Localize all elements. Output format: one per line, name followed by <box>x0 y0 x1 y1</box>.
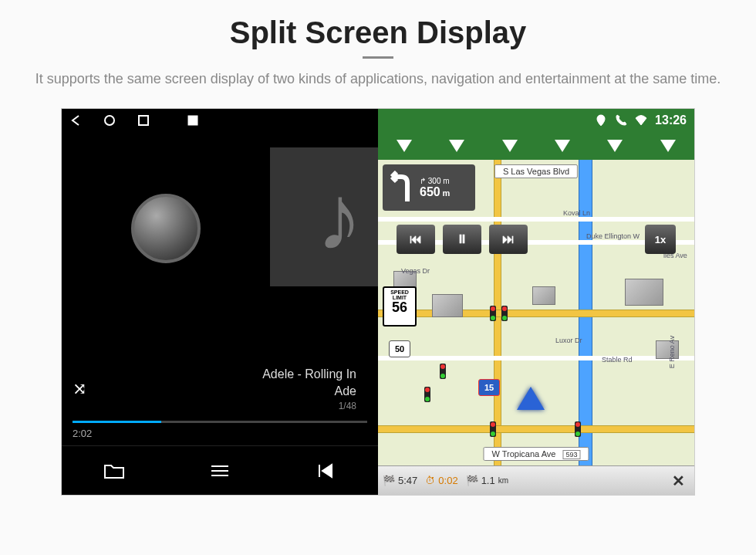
lane-arrow-icon <box>397 140 412 152</box>
music-note-icon: ♪ <box>316 164 363 270</box>
track-title: Adele - Rolling In <box>262 366 356 383</box>
home-icon[interactable] <box>103 114 116 127</box>
music-player-pane: ♪ ⤨ Adele - Rolling In Ade 1/48 2:02 <box>62 109 378 495</box>
recent-apps-icon[interactable] <box>137 114 150 127</box>
screenshot-icon[interactable] <box>187 114 199 127</box>
navigation-pane: Koval Ln Duke Ellington W Vegas Dr Luxor… <box>378 109 694 495</box>
title-underline <box>363 56 393 59</box>
route-shield: 50 <box>389 340 410 357</box>
seek-bar[interactable] <box>73 421 367 423</box>
wifi-icon <box>635 114 647 127</box>
device-frame: ♪ ⤨ Adele - Rolling In Ade 1/48 2:02 <box>62 109 694 495</box>
distance-remaining: 🏁 1.1km <box>466 475 508 486</box>
lane-arrow-icon <box>555 140 570 152</box>
interstate-shield: 15 <box>478 379 500 396</box>
eta: 🏁 5:47 <box>383 475 417 486</box>
turn-instruction: ↱ 300 m 650 m <box>383 164 475 211</box>
vehicle-cursor-icon <box>517 387 545 410</box>
svg-rect-2 <box>188 116 197 125</box>
status-bar: 13:26 <box>62 109 694 132</box>
clock: 13:26 <box>655 113 687 127</box>
playback-pause-button[interactable]: ⏸ <box>443 225 481 254</box>
route-playback-controls: ⏮ ⏸ ⏭ 1x <box>397 225 676 254</box>
folder-button[interactable] <box>62 446 167 495</box>
turn-left-icon <box>387 171 415 205</box>
poi-label: E Reno Av <box>668 336 676 368</box>
lane-arrow-icon <box>660 140 676 152</box>
poi-label: Koval Ln <box>563 209 590 217</box>
lane-guidance <box>378 132 694 160</box>
current-street-label: S Las Vegas Blvd <box>494 164 578 178</box>
lane-arrow-icon <box>607 140 623 152</box>
poi-label: Luxor Dr <box>555 337 582 344</box>
playback-next-button[interactable]: ⏭ <box>489 225 528 254</box>
poi-label: Stable Rd <box>602 356 633 364</box>
shuffle-icon[interactable]: ⤨ <box>73 379 86 399</box>
lane-arrow-icon <box>449 140 464 152</box>
center-control-button[interactable] <box>131 194 201 263</box>
page-title: Split Screen Display <box>31 15 725 50</box>
phone-icon <box>615 114 627 127</box>
track-artist: Ade <box>262 383 356 400</box>
back-icon[interactable] <box>69 114 82 127</box>
close-nav-button[interactable]: ✕ <box>667 472 690 490</box>
previous-track-button[interactable] <box>272 446 378 495</box>
time-remaining: ⏱ 0:02 <box>425 475 457 486</box>
svg-rect-1 <box>139 116 148 125</box>
playback-prev-button[interactable]: ⏮ <box>397 225 435 254</box>
elapsed-time: 2:02 <box>73 428 92 439</box>
speed-limit-sign: SPEED LIMIT 56 <box>383 286 417 327</box>
playback-speed-button[interactable]: 1x <box>645 225 676 254</box>
poi-label: Vegas Dr <box>401 267 430 275</box>
track-index: 1/48 <box>262 400 356 413</box>
next-street-label: W Tropicana Ave 593 <box>483 447 589 461</box>
folder-icon <box>103 462 125 479</box>
nav-info-bar: 🏁 5:47 ⏱ 0:02 🏁 1.1km ✕ <box>378 465 694 495</box>
page-subtitle: It supports the same screen display of t… <box>31 69 725 89</box>
lane-arrow-icon <box>502 140 518 152</box>
location-icon <box>595 114 607 127</box>
list-icon <box>210 463 230 479</box>
svg-point-0 <box>105 116 114 125</box>
playlist-button[interactable] <box>167 446 273 495</box>
previous-icon <box>316 462 335 480</box>
